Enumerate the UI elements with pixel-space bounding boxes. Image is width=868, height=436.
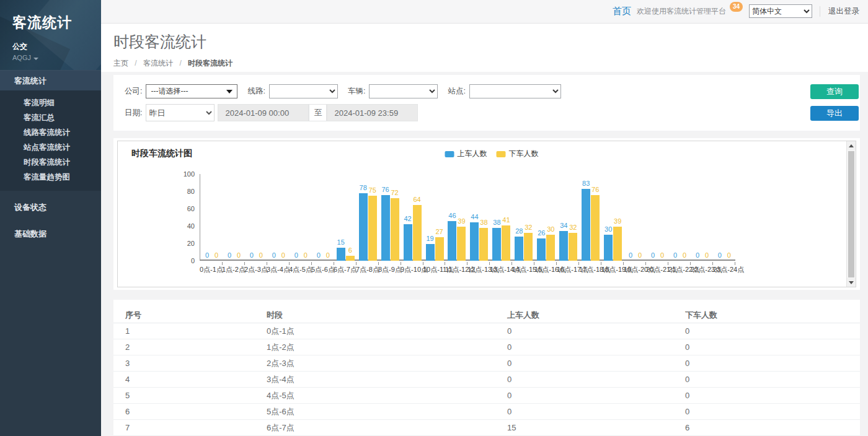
x-tick-mark — [623, 262, 624, 265]
language-select[interactable]: 简体中文 — [749, 4, 812, 18]
bar-value-label: 6 — [343, 246, 357, 254]
legend-item-boarding[interactable]: 上车人数 — [445, 149, 487, 159]
company-select-value: ---请选择--- — [151, 86, 188, 97]
org-label: 公交 — [12, 41, 101, 52]
export-button[interactable]: 导出 — [810, 106, 859, 121]
bar-value-label: 64 — [410, 196, 424, 203]
table-header-period: 时段 — [267, 310, 507, 321]
main-area: 首页 欢迎使用客流统计管理平台 34 简体中文 退出登录 时段客流统计 主页 /… — [101, 0, 868, 436]
line-label: 线路: — [247, 86, 265, 97]
content: 公司: ---请选择--- 线路: 车辆: 站点: 日期: 昨日 — [101, 72, 868, 436]
bar-alighting — [479, 228, 488, 261]
date-to-input[interactable]: 2024-01-09 23:59 — [327, 104, 418, 121]
vehicle-select[interactable] — [369, 84, 438, 98]
table-cell: 3点-4点 — [267, 374, 507, 385]
x-axis-label: 22点-23点 — [691, 265, 713, 274]
table-cell: 4点-5点 — [267, 390, 507, 401]
table-cell: 1点-2点 — [267, 342, 507, 353]
bar-alighting — [502, 225, 510, 261]
sidebar-item-base-data[interactable]: 基础数据 — [0, 224, 101, 244]
x-tick-mark — [378, 262, 379, 265]
chart-bar-group: 7875 — [356, 174, 379, 261]
query-button[interactable]: 查询 — [810, 84, 859, 99]
chart-plot-area: 020406080100 000000000000156787576724264… — [176, 174, 856, 261]
logout-link[interactable]: 退出登录 — [820, 6, 859, 17]
chart-bar-group: 00 — [691, 174, 713, 261]
x-tick-mark — [244, 262, 245, 265]
bar-alighting — [613, 227, 622, 261]
x-axis-label: 5点-6点 — [311, 265, 334, 274]
y-tick-label: 40 — [187, 222, 195, 230]
chart-x-axis-labels: 0点-1点1点-2点2点-3点3点-4点4点-5点5点-6点6点-7点7点-8点… — [200, 265, 856, 274]
x-tick-mark — [578, 262, 579, 265]
scrollbar-thumb[interactable] — [848, 151, 854, 277]
table-body: 10点-1点0021点-2点0032点-3点0043点-4点0054点-5点00… — [113, 323, 860, 436]
bar-boarding — [582, 189, 590, 261]
x-tick-mark — [668, 262, 668, 265]
user-dropdown[interactable]: AQGJ — [12, 54, 101, 61]
bar-alighting — [524, 233, 533, 261]
chart-bar-group: 3841 — [490, 174, 512, 261]
sidebar-subitem[interactable]: 时段客流统计 — [0, 155, 101, 170]
table-cell: 0 — [507, 326, 685, 336]
notification-badge[interactable]: 34 — [730, 2, 743, 12]
bar-value-label: 0 — [210, 251, 223, 259]
bar-value-label: 32 — [521, 224, 535, 231]
legend-label-boarding: 上车人数 — [458, 149, 487, 159]
chart-bar-group: 00 — [223, 174, 245, 261]
sidebar-item-device-status[interactable]: 设备状态 — [0, 197, 101, 217]
station-select[interactable] — [469, 84, 561, 98]
bar-value-label: 0 — [700, 251, 714, 259]
bar-alighting — [546, 235, 555, 261]
chart-bar-group: 00 — [312, 174, 334, 261]
x-tick-mark — [267, 262, 267, 265]
legend-label-alighting: 下车人数 — [509, 149, 539, 159]
x-tick-mark — [534, 262, 534, 265]
sidebar-item-passenger-stats[interactable]: 客流统计 — [0, 70, 101, 90]
sidebar-subitem[interactable]: 线路客流统计 — [0, 125, 101, 140]
date-to-separator: 至 — [309, 104, 327, 121]
home-link[interactable]: 首页 — [613, 6, 631, 17]
bar-alighting — [391, 198, 399, 261]
sidebar-subitem[interactable]: 站点客流统计 — [0, 140, 101, 155]
vehicle-label: 车辆: — [348, 86, 365, 97]
table-cell: 0 — [507, 407, 685, 416]
bar-alighting — [457, 227, 466, 261]
legend-swatch-boarding — [445, 151, 454, 157]
table-row: 10点-1点00 — [113, 323, 860, 339]
breadcrumb-section[interactable]: 客流统计 — [143, 59, 173, 68]
sidebar-subitem[interactable]: 客流汇总 — [0, 110, 101, 125]
x-axis-label: 2点-3点 — [244, 265, 267, 274]
vertical-scrollbar[interactable] — [846, 141, 856, 287]
chart-box: 时段车流统计图 上车人数 下车人数 — [117, 141, 856, 287]
sidebar-subitem[interactable]: 客流明细 — [0, 95, 101, 110]
table-row: 32点-3点00 — [113, 355, 860, 372]
x-axis-label: 0点-1点 — [200, 265, 222, 274]
scroll-up-button[interactable] — [847, 141, 856, 150]
chart-title: 时段车流统计图 — [128, 148, 192, 158]
date-preset-select[interactable]: 昨日 — [146, 104, 215, 121]
chart-bar-group: 00 — [646, 174, 668, 261]
sidebar-subitem[interactable]: 客流量趋势图 — [0, 170, 101, 185]
line-select[interactable] — [269, 84, 338, 98]
bar-boarding — [537, 238, 546, 261]
y-tick-label: 60 — [187, 205, 195, 212]
bar-alighting — [569, 233, 577, 261]
date-from-input[interactable]: 2024-01-09 00:00 — [218, 104, 309, 121]
x-axis-label: 13点-14点 — [490, 265, 512, 274]
legend-item-alighting[interactable]: 下车人数 — [497, 149, 539, 159]
page-heading: 时段客流统计 主页 / 客流统计 / 时段客流统计 — [101, 24, 868, 72]
bar-alighting — [368, 196, 377, 261]
company-select[interactable]: ---请选择--- — [146, 84, 237, 98]
table-cell: 0 — [685, 375, 860, 384]
x-axis-label: 16点-17点 — [557, 265, 579, 274]
table-cell: 3 — [125, 359, 267, 368]
bar-value-label: 0 — [633, 251, 647, 259]
chart-bar-group: 2832 — [512, 174, 534, 261]
x-axis-label: 23点-24点 — [713, 265, 735, 274]
table-cell: 0 — [685, 326, 860, 336]
date-label: 日期: — [125, 108, 142, 118]
x-axis-label: 4点-5点 — [289, 265, 311, 274]
breadcrumb-home[interactable]: 主页 — [113, 59, 128, 68]
scroll-down-button[interactable] — [847, 278, 856, 287]
